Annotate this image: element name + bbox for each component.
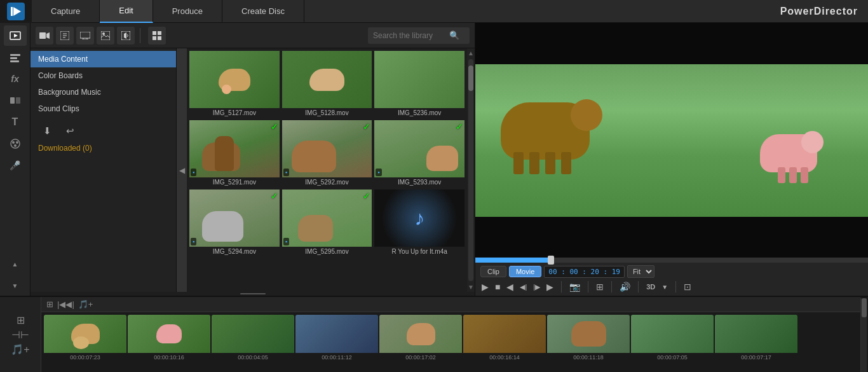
timeline-track-item[interactable]: 00:00:11:18 bbox=[547, 315, 630, 366]
timeline-track-item[interactable]: 00:00:07:23 bbox=[44, 315, 126, 366]
play-button[interactable]: ▶ bbox=[480, 280, 490, 293]
tab-create-disc[interactable]: Create Disc bbox=[222, 0, 304, 23]
timeline-track-item[interactable]: 00:00:17:02 bbox=[379, 315, 462, 366]
timeline-nav-icon[interactable]: ⊣⊢ bbox=[11, 329, 29, 341]
next-button[interactable]: |▶ bbox=[532, 282, 541, 293]
tool-up[interactable]: ▲ bbox=[4, 254, 27, 274]
fullscreen-button[interactable]: ⊡ bbox=[682, 280, 693, 293]
tool-text[interactable]: T bbox=[4, 112, 27, 132]
controls-row1: Clip Movie 00 : 00 : 20 : 19 Fit bbox=[480, 265, 863, 278]
media-item-name: IMG_5236.mov bbox=[374, 108, 465, 118]
timeline-ctrl-2[interactable]: |◀◀| bbox=[57, 300, 74, 309]
list-item[interactable]: IMG_5128.mov bbox=[282, 51, 372, 118]
sidebar-item-color-boards[interactable]: Color Boards bbox=[31, 67, 176, 84]
media-item-name: IMG_5293.mov bbox=[374, 177, 465, 187]
list-item[interactable]: ♪ R You Up for It.m4a bbox=[374, 189, 465, 256]
tab-edit[interactable]: Edit bbox=[100, 0, 153, 23]
timeline-track-item[interactable]: 00:00:10:16 bbox=[128, 315, 210, 366]
timeline-add-icon[interactable]: 🎵+ bbox=[11, 343, 29, 355]
timeline-split-icon[interactable]: ⊞ bbox=[17, 314, 25, 326]
downloaded-section: ⬇ ↩ Downloaded (0) bbox=[31, 117, 176, 158]
download-icon-2[interactable]: ↩ bbox=[61, 122, 79, 140]
timeline-ctrl-1[interactable]: ⊞ bbox=[46, 300, 53, 309]
media-item-name: IMG_5291.mov bbox=[189, 177, 280, 187]
tool-audio[interactable]: 🎤 bbox=[4, 155, 27, 176]
list-item[interactable]: ✓ ▪ IMG_5291.mov bbox=[189, 120, 280, 187]
tab-produce[interactable]: Produce bbox=[153, 0, 222, 23]
tool-down[interactable]: ▼ bbox=[4, 275, 27, 296]
search-input[interactable] bbox=[373, 31, 449, 40]
fit-select[interactable]: Fit bbox=[627, 265, 654, 278]
timeline-scrollbar[interactable] bbox=[860, 297, 868, 372]
timeline-track-item[interactable]: 00:00:07:17 bbox=[715, 315, 797, 366]
track-thumbnail bbox=[379, 315, 462, 353]
prev-button[interactable]: ◀| bbox=[519, 282, 528, 293]
sidebar-item-sound-clips[interactable]: Sound Clips bbox=[31, 100, 176, 117]
tool-transitions[interactable] bbox=[4, 90, 27, 111]
subtitles-button[interactable]: ⊞ bbox=[595, 280, 605, 293]
app-logo bbox=[0, 0, 32, 23]
timeline-controls: ⊞ |◀◀| 🎵+ bbox=[41, 297, 860, 312]
media-panel: 🔍 Media Content Color Boards Background … bbox=[31, 23, 475, 296]
preview-video bbox=[475, 23, 868, 258]
scroll-track[interactable] bbox=[468, 59, 473, 281]
tool-fx[interactable]: fx bbox=[4, 69, 27, 89]
panel-collapse[interactable]: ◀ bbox=[177, 48, 187, 292]
drag-handle[interactable] bbox=[31, 292, 475, 296]
list-item[interactable]: IMG_5236.mov bbox=[374, 51, 465, 118]
media-item-name: IMG_5292.mov bbox=[282, 177, 372, 187]
list-item[interactable]: ✓ ▪ IMG_5294.mov bbox=[189, 189, 280, 256]
grid-view-icon[interactable] bbox=[148, 27, 166, 45]
media-thumbnail: ✓ ▪ bbox=[282, 120, 372, 177]
check-badge: ✓ bbox=[363, 191, 370, 201]
scroll-down-arrow[interactable]: ▼ bbox=[468, 284, 474, 291]
snapshot-button[interactable]: 📷 bbox=[568, 280, 581, 293]
search-bar[interactable]: 🔍 bbox=[368, 27, 470, 44]
grid-scrollbar[interactable]: ▲ ▼ bbox=[467, 48, 475, 292]
track-time: 00:00:07:23 bbox=[44, 353, 126, 362]
svg-rect-5 bbox=[10, 54, 20, 56]
tab-capture[interactable]: Capture bbox=[32, 0, 100, 23]
list-item[interactable]: IMG_5127.mov bbox=[189, 51, 280, 118]
nav-tabs: Capture Edit Produce Create Disc bbox=[32, 0, 780, 23]
progress-bar[interactable] bbox=[475, 258, 868, 263]
list-item[interactable]: ✓ ▪ IMG_5295.mov bbox=[282, 189, 372, 256]
app-name: PowerDirector bbox=[780, 6, 868, 17]
tool-media[interactable] bbox=[4, 25, 27, 46]
svg-point-11 bbox=[12, 141, 15, 144]
media-tb-screen[interactable] bbox=[76, 27, 94, 45]
clip-button[interactable]: Clip bbox=[480, 266, 506, 277]
downloaded-icons: ⬇ ↩ bbox=[38, 122, 168, 140]
media-content: Media Content Color Boards Background Mu… bbox=[31, 48, 475, 292]
media-item-name: IMG_5294.mov bbox=[189, 247, 280, 256]
tool-color[interactable] bbox=[4, 134, 27, 154]
scroll-up-arrow[interactable]: ▲ bbox=[468, 50, 474, 57]
stop-button[interactable]: ■ bbox=[494, 280, 501, 293]
volume-button[interactable]: 🔊 bbox=[618, 280, 632, 293]
timeline-track-item[interactable]: 00:00:16:14 bbox=[463, 315, 546, 366]
timeline-track-item[interactable]: 00:00:07:05 bbox=[631, 315, 714, 366]
timecode-display: 00 : 00 : 20 : 19 bbox=[544, 266, 625, 278]
media-toolbar: 🔍 bbox=[31, 23, 475, 48]
media-tb-video[interactable] bbox=[36, 27, 53, 45]
download-icon-1[interactable]: ⬇ bbox=[38, 122, 56, 140]
tool-timeline[interactable] bbox=[4, 47, 27, 67]
list-item[interactable]: ✓ ▪ IMG_5293.mov bbox=[374, 120, 465, 187]
prev-frame-button[interactable]: ◀ bbox=[505, 280, 515, 293]
svg-marker-4 bbox=[14, 34, 18, 38]
media-tb-image[interactable] bbox=[97, 27, 114, 45]
sidebar-item-background-music[interactable]: Background Music bbox=[31, 84, 176, 100]
track-time: 00:00:11:18 bbox=[547, 353, 630, 362]
timeline-ctrl-3[interactable]: 🎵+ bbox=[78, 300, 93, 309]
next-frame-button[interactable]: ▶ bbox=[545, 280, 555, 293]
movie-button[interactable]: Movie bbox=[509, 266, 541, 277]
3d-dropdown-icon[interactable]: ▼ bbox=[660, 282, 669, 292]
threed-button[interactable]: 3D bbox=[645, 282, 656, 292]
media-tb-audio[interactable] bbox=[117, 27, 135, 45]
timeline-track-item[interactable]: 00:00:11:12 bbox=[295, 315, 378, 366]
progress-handle[interactable] bbox=[548, 256, 554, 265]
list-item[interactable]: ✓ ▪ IMG_5292.mov bbox=[282, 120, 372, 187]
timeline-track-item[interactable]: 00:00:04:05 bbox=[212, 315, 294, 366]
sidebar-item-media-content[interactable]: Media Content bbox=[31, 51, 176, 67]
media-tb-music[interactable] bbox=[56, 27, 74, 45]
